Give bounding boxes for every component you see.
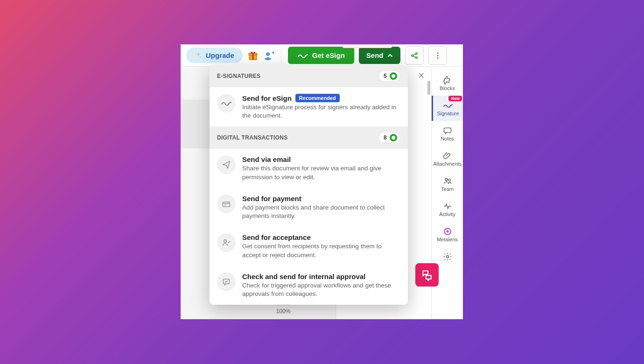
count-value: 5 (384, 73, 387, 79)
activity-icon (442, 201, 453, 211)
name-input-field[interactable]: Name (342, 44, 393, 48)
svg-point-4 (265, 57, 271, 60)
dropdown-item-send-for-payment[interactable]: Send for payment Add payment blocks and … (210, 188, 408, 227)
sidebar-item-activity[interactable]: Activity (432, 196, 463, 222)
svg-line-9 (413, 54, 416, 55)
count-pill: 5 (378, 70, 400, 82)
item-title: Send for eSign (242, 94, 292, 102)
item-title: Send via email (242, 155, 291, 163)
new-badge: New (448, 96, 462, 101)
sidebar-label: Signature (437, 111, 459, 116)
section-title: DIGITAL TRANSACTIONS (217, 134, 288, 141)
sidebar-label: Blocks (440, 85, 455, 91)
svg-point-11 (437, 52, 438, 54)
sidebar-label: Team (441, 186, 454, 192)
recommended-badge: Recommended (295, 94, 340, 102)
dropdown-item-send-via-email[interactable]: Send via email Share this document for r… (210, 149, 408, 188)
section-title: E-SIGNATURES (217, 73, 260, 79)
get-esign-button[interactable]: Get eSign (288, 47, 354, 64)
send-label: Send (366, 51, 384, 59)
gear-icon (442, 252, 453, 262)
signature-icon (443, 100, 453, 111)
add-user-icon[interactable]: + (263, 50, 274, 61)
svg-text:+: + (272, 50, 274, 56)
sidebar-item-signature[interactable]: New Signature (432, 96, 463, 121)
sidebar-label: Notes (441, 136, 454, 141)
paperclip-icon (442, 151, 453, 161)
close-icon[interactable]: ✕ (418, 70, 425, 81)
toolbar-divider (281, 48, 281, 63)
gift-icon[interactable] (247, 50, 259, 61)
sidebar-label: Attachments (433, 161, 462, 167)
sparkle-icon (195, 52, 202, 59)
more-button[interactable] (428, 46, 447, 65)
team-icon (442, 176, 453, 186)
svg-rect-15 (444, 128, 451, 133)
puzzle-icon (442, 75, 453, 85)
signature-icon (297, 53, 308, 58)
svg-point-16 (445, 178, 448, 181)
svg-point-17 (448, 179, 450, 181)
metalens-icon (442, 226, 453, 237)
svg-point-3 (266, 52, 270, 56)
count-value: 8 (384, 134, 387, 141)
get-esign-label: Get eSign (312, 51, 345, 59)
more-vertical-icon (434, 51, 442, 60)
chat-bubbles-icon (421, 269, 433, 281)
svg-rect-21 (223, 202, 230, 207)
sidebar-label: Metalens (437, 237, 458, 242)
sidebar-item-team[interactable]: Team (432, 171, 463, 196)
item-desc: Initiate eSignature process for signers … (242, 103, 400, 120)
approval-icon (217, 273, 236, 291)
svg-point-12 (437, 55, 438, 56)
send-dropdown: E-SIGNATURES 5 Send for eSign Recommende… (210, 65, 408, 305)
item-desc: Get consent from recipients by requestin… (242, 242, 400, 259)
sidebar-label: Activity (439, 211, 455, 217)
upgrade-button[interactable]: Upgrade (186, 48, 243, 63)
toolbar: Upgrade + Get eSign Send (181, 44, 463, 67)
svg-point-20 (446, 256, 448, 258)
share-button[interactable] (405, 46, 424, 65)
signature-circle-icon (217, 94, 236, 112)
user-check-icon (217, 233, 236, 252)
chat-icon (442, 126, 453, 136)
dropdown-item-internal-approval[interactable]: Check and send for internal approval Che… (210, 266, 408, 305)
zoom-level: 100% (276, 308, 291, 315)
sidebar-item-notes[interactable]: Notes (432, 121, 463, 146)
svg-point-24 (224, 240, 227, 243)
paper-plane-icon (217, 155, 236, 174)
send-button[interactable]: Send (359, 47, 400, 64)
ring-icon (390, 72, 397, 80)
app-frame: Upgrade + Get eSign Send + 100% (181, 44, 463, 319)
svg-point-19 (446, 231, 448, 233)
section-header-digital-transactions: DIGITAL TRANSACTIONS 8 (210, 126, 408, 149)
sidebar-item-blocks[interactable]: Blocks (432, 70, 463, 96)
upgrade-label: Upgrade (206, 51, 234, 59)
item-title: Check and send for internal approval (242, 273, 365, 280)
item-desc: Share this document for review via email… (242, 164, 400, 181)
item-desc: Check for triggered approval workflows a… (242, 281, 400, 298)
sidebar-item-metalens[interactable]: Metalens (432, 222, 463, 247)
item-title: Send for payment (242, 195, 301, 203)
dropdown-item-send-for-esign[interactable]: Send for eSign Recommended Initiate eSig… (210, 87, 408, 126)
svg-rect-2 (252, 53, 253, 60)
chat-fab[interactable] (415, 263, 439, 287)
ring-icon (390, 134, 397, 141)
item-title: Send for acceptance (242, 233, 311, 241)
chevron-up-icon (387, 53, 393, 58)
share-icon (410, 51, 419, 60)
dropdown-item-send-for-acceptance[interactable]: Send for acceptance Get consent from rec… (210, 227, 408, 266)
payment-icon (217, 195, 236, 213)
svg-line-10 (413, 56, 416, 57)
item-desc: Add payment blocks and share document to… (242, 203, 400, 220)
section-header-esignatures: E-SIGNATURES 5 (210, 65, 408, 87)
count-pill: 8 (378, 132, 400, 143)
svg-point-13 (437, 57, 438, 58)
sidebar-item-attachments[interactable]: Attachments (432, 146, 463, 171)
